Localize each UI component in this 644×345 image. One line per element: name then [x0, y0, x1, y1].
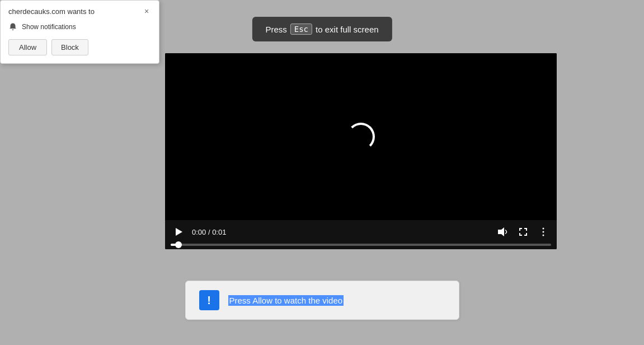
svg-point-3	[543, 231, 544, 233]
more-options-button[interactable]	[535, 224, 551, 240]
popup-header: cherdecauks.com wants to ×	[8, 7, 151, 17]
fullscreen-toast: Press Esc to exit full screen	[252, 17, 392, 41]
more-icon	[538, 226, 549, 237]
notification-row: Show notifications	[8, 22, 151, 31]
notification-popup: cherdecauks.com wants to × Show notifica…	[0, 0, 159, 64]
fullscreen-icon	[518, 226, 529, 237]
svg-point-2	[543, 228, 544, 230]
esc-key-badge: Esc	[290, 24, 312, 35]
popup-title: cherdecauks.com wants to	[8, 7, 138, 17]
controls-right	[494, 223, 551, 240]
loading-spinner	[347, 123, 375, 151]
block-button[interactable]: Block	[51, 39, 88, 55]
progress-bar[interactable]	[171, 244, 551, 246]
video-area[interactable]	[165, 53, 557, 220]
play-button[interactable]	[171, 224, 186, 240]
svg-marker-1	[498, 227, 504, 236]
progress-thumb	[175, 241, 182, 248]
time-display: 0:00 / 0:01	[192, 228, 226, 236]
fullscreen-button[interactable]	[515, 224, 531, 240]
bell-icon	[8, 22, 17, 31]
video-player: 0:00 / 0:01	[165, 53, 557, 249]
play-icon	[173, 226, 184, 237]
controls-left: 0:00 / 0:01	[171, 224, 226, 240]
svg-point-4	[543, 235, 544, 236]
info-bar: ! Press Allow to watch the video	[185, 281, 459, 320]
video-controls: 0:00 / 0:01	[165, 220, 557, 249]
exit-label: to exit full screen	[316, 25, 379, 34]
notification-row-label: Show notifications	[22, 23, 76, 31]
volume-button[interactable]	[494, 223, 511, 240]
controls-row: 0:00 / 0:01	[171, 222, 551, 241]
volume-icon	[496, 226, 509, 238]
close-icon[interactable]: ×	[142, 7, 151, 16]
info-message: Press Allow to watch the video	[228, 295, 344, 306]
info-icon: !	[199, 290, 219, 310]
allow-button[interactable]: Allow	[8, 39, 47, 55]
svg-marker-0	[176, 228, 182, 236]
popup-buttons: Allow Block	[8, 39, 151, 55]
press-label: Press	[265, 25, 286, 34]
